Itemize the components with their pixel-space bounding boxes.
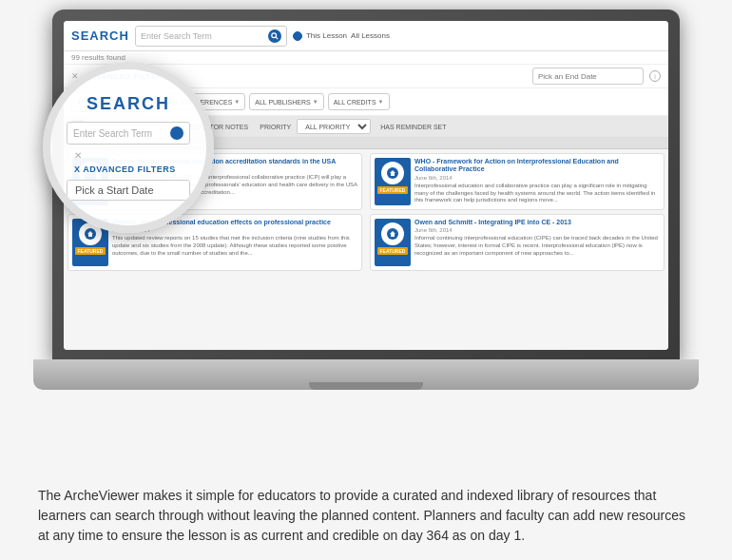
priority-select[interactable]: ALL PRIORITY bbox=[297, 119, 371, 134]
search-icon bbox=[271, 32, 279, 40]
search-label: SEARCH bbox=[71, 29, 129, 43]
magnify-search-icon bbox=[170, 126, 183, 140]
result-date-3: June 6th, 2014 bbox=[414, 227, 660, 233]
magnify-search-label: SEARCH bbox=[87, 94, 170, 114]
magnify-close-button[interactable]: ✕ bbox=[74, 150, 82, 161]
result-desc-2: This updated review reports on 15 studie… bbox=[112, 235, 357, 257]
result-thumb-3: FEATURED bbox=[375, 219, 411, 266]
bottom-description: The ArcheViewer makes it simple for educ… bbox=[38, 486, 694, 546]
svg-point-0 bbox=[272, 32, 277, 37]
results-count: 99 results found bbox=[71, 53, 125, 62]
publishers-arrow: ▼ bbox=[313, 99, 318, 105]
result-date-1: June 6th, 2014 bbox=[414, 175, 660, 181]
conferences-arrow: ▼ bbox=[234, 99, 240, 105]
publishers-dropdown[interactable]: ALL PUBLISHERS ▼ bbox=[249, 93, 323, 110]
search-input-placeholder: Enter Search Term bbox=[141, 31, 268, 41]
priority-label: PRIORITY bbox=[260, 124, 291, 130]
magnify-input-placeholder: Enter Search Term bbox=[73, 128, 170, 139]
top-bar: SEARCH Enter Search Term bbox=[64, 21, 668, 51]
radio-group: This Lesson All Lessons bbox=[293, 31, 390, 41]
search-input-wrap[interactable]: Enter Search Term bbox=[135, 26, 287, 47]
reminder-label: HAS REMINDER SET bbox=[380, 124, 446, 130]
end-date-input[interactable] bbox=[532, 68, 644, 85]
radio-this-label: This Lesson bbox=[306, 31, 347, 40]
laptop-outer: SEARCH Enter Search Term bbox=[33, 10, 699, 390]
result-title-1: WHO - Framework for Action on Interprofe… bbox=[414, 158, 660, 174]
laptop-display: SEARCH Enter Search Term bbox=[0, 0, 732, 399]
magnify-content: SEARCH Enter Search Term ✕ X ADVANCED FI… bbox=[50, 69, 206, 225]
featured-badge-2: FEATURED bbox=[75, 247, 106, 255]
result-content-3: Owen and Schmitt - Integrating IPE into … bbox=[414, 219, 660, 266]
result-content-1: WHO - Framework for Action on Interprofe… bbox=[414, 158, 660, 205]
keyboard-base bbox=[33, 359, 699, 390]
results-column-right: FEATURED WHO - Framework for Action on I… bbox=[366, 149, 668, 350]
result-desc-1: Interprofessional education and collabor… bbox=[414, 183, 660, 204]
magnify-start-date-button[interactable]: Pick a Start Date bbox=[67, 180, 190, 201]
magnify-glass: SEARCH Enter Search Term ✕ X ADVANCED FI… bbox=[43, 62, 214, 233]
radio-all-label: All Lessons bbox=[351, 31, 390, 40]
result-card-3: FEATURED Owen and Schmitt - Integrating … bbox=[370, 214, 665, 271]
magnify-input-row: Enter Search Term bbox=[67, 122, 190, 145]
result-desc-3: Informal continuing interprofessional ed… bbox=[414, 235, 660, 257]
result-card-1: FEATURED WHO - Framework for Action on I… bbox=[370, 153, 665, 210]
resource-icon-1 bbox=[381, 162, 404, 184]
info-icon[interactable]: i bbox=[649, 70, 661, 82]
resource-icon-3 bbox=[381, 222, 404, 245]
svg-line-1 bbox=[276, 37, 278, 39]
result-thumb-1: FEATURED bbox=[375, 158, 411, 205]
featured-badge-3: FEATURED bbox=[377, 247, 409, 255]
publishers-label: ALL PUBLISHERS bbox=[255, 99, 311, 106]
radio-this-lesson[interactable] bbox=[293, 31, 302, 41]
result-title-3: Owen and Schmitt - Integrating IPE into … bbox=[414, 219, 660, 226]
featured-badge-1: FEATURED bbox=[377, 186, 409, 194]
credits-label: ALL CREDITS bbox=[334, 99, 376, 106]
search-button[interactable] bbox=[268, 29, 281, 43]
magnify-advanced-label: X ADVANCED FILTERS bbox=[74, 164, 176, 174]
credits-dropdown[interactable]: ALL CREDITS ▼ bbox=[328, 93, 390, 110]
credits-arrow: ▼ bbox=[378, 99, 384, 105]
results-bar: 99 results found bbox=[64, 51, 668, 65]
